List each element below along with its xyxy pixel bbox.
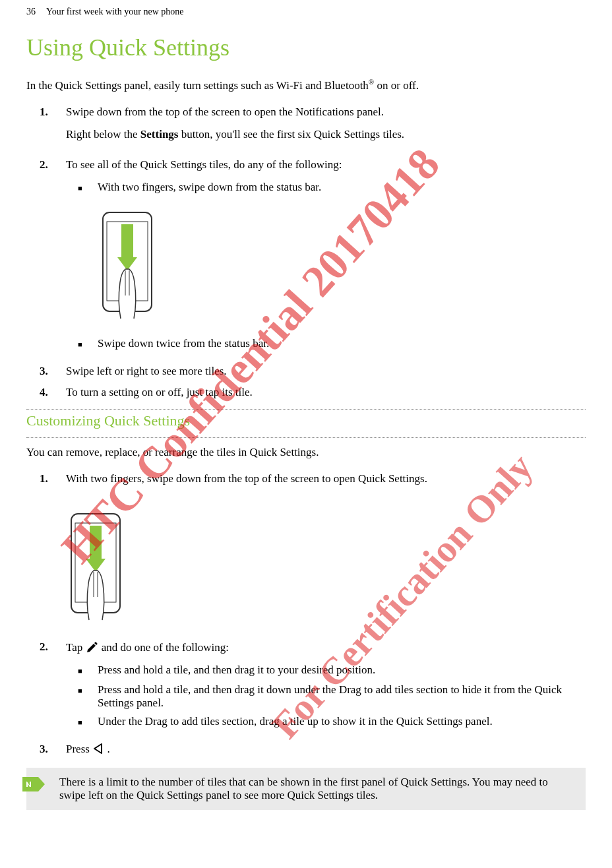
swipe-down-gesture-icon bbox=[66, 511, 125, 623]
step-number: 1. bbox=[40, 106, 57, 150]
step-2: 2. Tap and do one of the following: Pres… bbox=[26, 640, 586, 735]
bullet-icon bbox=[78, 337, 87, 352]
bullet-icon bbox=[78, 715, 87, 729]
bullet-text: Press and hold a tile, and then drag it … bbox=[98, 683, 586, 710]
step-text: To see all of the Quick Settings tiles, … bbox=[66, 158, 586, 171]
note-tag-icon bbox=[22, 777, 45, 791]
step-text: Swipe left or right to see more tiles. bbox=[66, 365, 586, 378]
svg-rect-8 bbox=[90, 526, 102, 559]
step-number: 2. bbox=[40, 158, 57, 357]
steps-list-2-cont: 2. Tap and do one of the following: Pres… bbox=[26, 640, 586, 756]
steps-list-2: 1. With two fingers, swipe down from the… bbox=[26, 472, 586, 495]
subsection-title: Customizing Quick Settings bbox=[26, 412, 586, 429]
intro-text-post: on or off. bbox=[374, 79, 419, 92]
svg-marker-3 bbox=[117, 257, 137, 270]
intro-paragraph-2: You can remove, replace, or rearrange th… bbox=[26, 446, 586, 459]
step-number: 1. bbox=[40, 472, 57, 495]
settings-bold: Settings bbox=[140, 128, 179, 140]
step-4: 4. To turn a setting on or off, just tap… bbox=[26, 386, 586, 399]
step-3: 3. Swipe left or right to see more tiles… bbox=[26, 365, 586, 378]
note-text: There is a limit to the number of tiles … bbox=[59, 776, 548, 801]
bullet-item: Press and hold a tile, and then drag it … bbox=[66, 683, 586, 710]
text-fragment: Tap bbox=[66, 641, 86, 654]
bullet-item: Press and hold a tile, and then drag it … bbox=[66, 664, 586, 678]
section-name: Your first week with your new phone bbox=[46, 7, 184, 17]
step-text: To turn a setting on or off, just tap it… bbox=[66, 386, 586, 399]
registered-mark: ® bbox=[369, 78, 374, 86]
text-fragment: Right below the bbox=[66, 128, 140, 140]
sub-bullets: Press and hold a tile, and then drag it … bbox=[66, 664, 586, 729]
back-triangle-icon bbox=[92, 743, 104, 755]
step-2: 2. To see all of the Quick Settings tile… bbox=[26, 158, 586, 357]
swipe-down-gesture-icon bbox=[98, 210, 157, 322]
step-1: 1. With two fingers, swipe down from the… bbox=[26, 472, 586, 495]
bullet-item: Under the Drag to add tiles section, dra… bbox=[66, 715, 586, 729]
section-divider bbox=[26, 437, 586, 438]
bullet-icon bbox=[78, 181, 87, 332]
edit-pencil-icon bbox=[86, 640, 99, 654]
bullet-text: Press and hold a tile, and then drag it … bbox=[98, 664, 586, 678]
page-title: Using Quick Settings bbox=[26, 34, 586, 61]
text-fragment: . bbox=[107, 743, 109, 755]
step-text: Swipe down from the top of the screen to… bbox=[66, 106, 586, 119]
steps-list-1: 1. Swipe down from the top of the screen… bbox=[26, 106, 586, 399]
bullet-text: Under the Drag to add tiles section, dra… bbox=[98, 715, 586, 729]
bullet-item: With two fingers, swipe down from the st… bbox=[66, 181, 586, 332]
page-header: 36 Your first week with your new phone bbox=[26, 7, 586, 24]
step-number: 3. bbox=[40, 743, 57, 756]
step-number: 3. bbox=[40, 365, 57, 378]
bullet-icon bbox=[78, 683, 87, 710]
sub-bullets: With two fingers, swipe down from the st… bbox=[66, 181, 586, 352]
step-number: 2. bbox=[40, 640, 57, 735]
step-text: Tap and do one of the following: bbox=[66, 640, 586, 654]
step-3: 3. Press . bbox=[26, 743, 586, 756]
step-1: 1. Swipe down from the top of the screen… bbox=[26, 106, 586, 150]
step-text: Press . bbox=[66, 743, 586, 756]
bullet-text: Swipe down twice from the status bar. bbox=[98, 337, 586, 352]
text-fragment: button, you'll see the first six Quick S… bbox=[178, 128, 404, 140]
svg-rect-2 bbox=[121, 224, 133, 257]
bullet-icon bbox=[78, 664, 87, 678]
note-callout: There is a limit to the number of tiles … bbox=[26, 768, 586, 810]
text-fragment: and do one of the following: bbox=[102, 641, 229, 654]
step-text: With two fingers, swipe down from the to… bbox=[66, 472, 586, 485]
section-divider bbox=[26, 409, 586, 410]
step-number: 4. bbox=[40, 386, 57, 399]
bullet-item: Swipe down twice from the status bar. bbox=[66, 337, 586, 352]
bullet-text: With two fingers, swipe down from the st… bbox=[98, 181, 586, 194]
intro-paragraph: In the Quick Settings panel, easily turn… bbox=[26, 78, 586, 92]
text-fragment: Press bbox=[66, 743, 92, 755]
page-number: 36 bbox=[26, 7, 36, 17]
step-text-extra: Right below the Settings button, you'll … bbox=[66, 128, 586, 141]
svg-marker-9 bbox=[86, 559, 106, 572]
intro-text-pre: In the Quick Settings panel, easily turn… bbox=[26, 79, 369, 92]
